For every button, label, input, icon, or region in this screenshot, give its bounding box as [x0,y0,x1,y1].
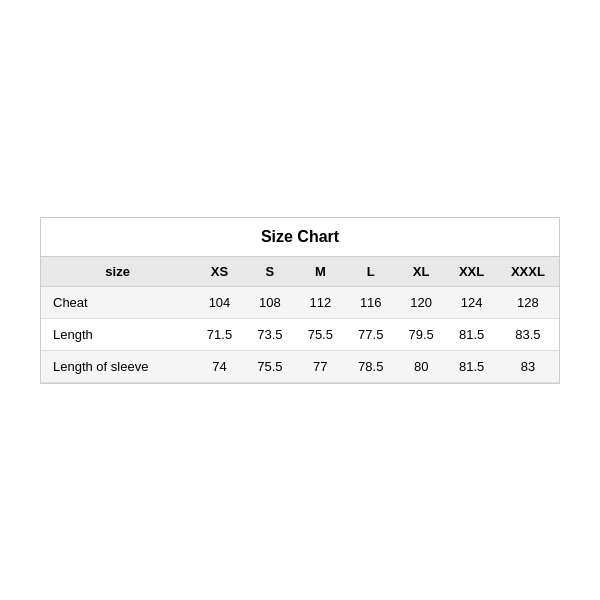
table-row: Cheat104108112116120124128 [41,286,559,318]
size-table: sizeXSSMLXLXXLXXXL Cheat1041081121161201… [41,257,559,383]
row-label-2: Length of sleeve [41,350,194,382]
header-cell-4: L [346,257,396,287]
header-cell-2: S [245,257,295,287]
header-cell-3: M [295,257,345,287]
header-cell-5: XL [396,257,446,287]
row-label-1: Length [41,318,194,350]
cell-2-5: 81.5 [446,350,496,382]
cell-1-4: 79.5 [396,318,446,350]
table-body: Cheat104108112116120124128Length71.573.5… [41,286,559,382]
cell-0-1: 108 [245,286,295,318]
cell-1-2: 75.5 [295,318,345,350]
cell-1-0: 71.5 [194,318,244,350]
cell-0-6: 128 [497,286,559,318]
cell-0-5: 124 [446,286,496,318]
cell-2-6: 83 [497,350,559,382]
table-header-row: sizeXSSMLXLXXLXXXL [41,257,559,287]
table-row: Length of sleeve7475.57778.58081.583 [41,350,559,382]
cell-2-2: 77 [295,350,345,382]
header-cell-1: XS [194,257,244,287]
cell-1-1: 73.5 [245,318,295,350]
cell-1-5: 81.5 [446,318,496,350]
cell-0-0: 104 [194,286,244,318]
cell-1-3: 77.5 [346,318,396,350]
size-chart-container: Size Chart sizeXSSMLXLXXLXXXL Cheat10410… [40,217,560,384]
cell-0-2: 112 [295,286,345,318]
cell-2-4: 80 [396,350,446,382]
header-cell-0: size [41,257,194,287]
header-cell-7: XXXL [497,257,559,287]
cell-0-4: 120 [396,286,446,318]
cell-1-6: 83.5 [497,318,559,350]
cell-2-1: 75.5 [245,350,295,382]
cell-2-0: 74 [194,350,244,382]
cell-0-3: 116 [346,286,396,318]
row-label-0: Cheat [41,286,194,318]
header-cell-6: XXL [446,257,496,287]
table-row: Length71.573.575.577.579.581.583.5 [41,318,559,350]
cell-2-3: 78.5 [346,350,396,382]
table-title: Size Chart [41,218,559,257]
